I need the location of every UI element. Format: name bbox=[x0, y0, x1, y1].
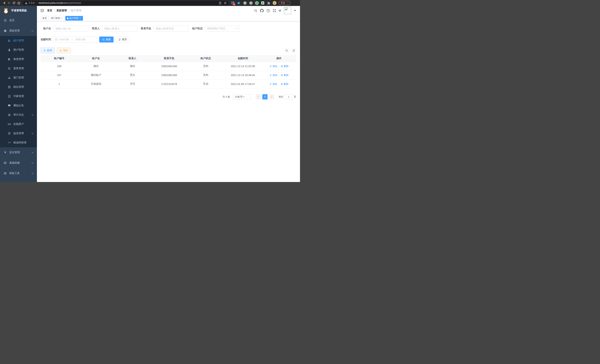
export-button-label: 导出 bbox=[63, 49, 68, 52]
logo[interactable]: 芋道管理系统 bbox=[0, 6, 37, 15]
dictionary-icon bbox=[8, 95, 11, 98]
bookmark-star-icon[interactable] bbox=[224, 1, 227, 4]
sidebar-item-home[interactable]: 首页 bbox=[0, 15, 37, 26]
extension-badge: 10 bbox=[233, 3, 235, 5]
extension-command-icon[interactable]: ⌘ bbox=[243, 1, 247, 5]
delete-link[interactable]: 删除 bbox=[281, 74, 289, 77]
header-search-icon[interactable] bbox=[254, 9, 257, 12]
font-size-icon[interactable]: tT bbox=[279, 9, 281, 12]
sidebar-item-dict-mgmt[interactable]: 字典管理 bbox=[0, 92, 37, 101]
date-range-picker[interactable]: 开始日期 - 结束日期 bbox=[53, 37, 97, 42]
page-number-button[interactable]: 1 bbox=[262, 94, 268, 99]
audit-pen-icon bbox=[8, 113, 11, 116]
back-icon[interactable] bbox=[2, 0, 7, 5]
page-unit-label: 页 bbox=[294, 95, 296, 99]
sidebar-item-audit-log[interactable]: 审计日志 bbox=[0, 110, 37, 120]
sidebar-item-user-mgmt[interactable]: 用户管理 bbox=[0, 45, 37, 55]
sidebar-item-system-mgmt[interactable]: 系统管理 bbox=[0, 26, 37, 36]
cell-created: 2021-01-05 17:03:47 bbox=[224, 80, 262, 88]
dashboard-icon bbox=[4, 19, 7, 22]
url-divider bbox=[37, 2, 37, 4]
table-tools bbox=[284, 48, 296, 53]
breadcrumb-current: 租户管理 bbox=[71, 9, 81, 12]
security-warning-icon bbox=[25, 2, 28, 4]
contact-input[interactable] bbox=[102, 26, 137, 32]
tab-tenant-mgmt[interactable]: 租户管理 × bbox=[65, 16, 83, 21]
show-search-icon[interactable] bbox=[284, 48, 289, 53]
close-icon[interactable]: × bbox=[79, 17, 81, 19]
sidebar-item-error-code-mgmt[interactable]: </> 错误码管理 bbox=[0, 138, 37, 147]
reset-button[interactable]: 重置 bbox=[115, 37, 130, 42]
sidebar-item-dept-mgmt[interactable]: 部门管理 bbox=[0, 73, 37, 82]
page-size-select[interactable]: 10条/页 bbox=[233, 94, 251, 99]
toolbox-icon bbox=[4, 172, 7, 175]
goto-page-input[interactable] bbox=[285, 94, 292, 99]
search-button-label: 搜索 bbox=[106, 38, 111, 41]
cell-mobile: 15601691300 bbox=[151, 62, 188, 71]
tab-label: 首页 bbox=[42, 17, 47, 20]
extension-y-icon[interactable]: Y bbox=[255, 1, 259, 5]
menu-tree-icon bbox=[8, 67, 11, 70]
sidebar-item-pay-mgmt[interactable]: ¥ 支付管理 bbox=[0, 147, 37, 158]
extension-kite-icon[interactable] bbox=[237, 1, 241, 5]
org-chart-icon bbox=[8, 76, 11, 79]
breadcrumb: 首页 / 系统管理 / 租户管理 bbox=[47, 9, 81, 12]
breadcrumb-home[interactable]: 首页 bbox=[47, 9, 52, 12]
forward-icon[interactable] bbox=[7, 0, 11, 5]
sidebar-collapse-icon[interactable] bbox=[40, 8, 45, 13]
add-button[interactable]: 新增 bbox=[41, 47, 55, 53]
refresh-icon[interactable] bbox=[291, 48, 296, 53]
sidebar-item-tenant-mgmt[interactable]: 租户管理 bbox=[0, 36, 37, 45]
profile-avatar-icon[interactable] bbox=[273, 1, 276, 5]
status-placeholder: 请选择租户状态 bbox=[207, 27, 236, 30]
sidebar-item-role-mgmt[interactable]: 角色管理 bbox=[0, 55, 37, 64]
tab-home[interactable]: 首页 bbox=[41, 16, 48, 21]
browser-update-button[interactable]: 更新 ⋮ bbox=[279, 1, 291, 5]
prev-page-button[interactable] bbox=[256, 94, 261, 99]
tenant-name-input[interactable] bbox=[53, 26, 88, 32]
broken-image-icon bbox=[285, 8, 288, 10]
code-icon: </> bbox=[8, 141, 11, 144]
export-button[interactable]: 导出 bbox=[56, 47, 71, 53]
sidebar-item-label: 错误码管理 bbox=[13, 141, 34, 144]
sidebar-item-sms-mgmt[interactable]: 短信管理 bbox=[0, 129, 37, 138]
github-icon[interactable] bbox=[260, 9, 264, 12]
delete-link[interactable]: 删除 bbox=[281, 65, 289, 68]
avatar-caret-icon[interactable] bbox=[294, 10, 296, 11]
mobile-input[interactable] bbox=[153, 26, 188, 32]
browser-menu-icon[interactable]: ⋮ bbox=[286, 2, 290, 4]
calendar-icon bbox=[55, 38, 58, 41]
cell-id: 107 bbox=[41, 71, 78, 80]
breadcrumb-system[interactable]: 系统管理 bbox=[56, 9, 67, 12]
sidebar-item-infra[interactable]: 基础设施 bbox=[0, 158, 37, 168]
help-icon[interactable] bbox=[266, 9, 270, 12]
sidebar: 芋道管理系统 首页 系统管理 bbox=[0, 6, 37, 182]
edit-link[interactable]: 修改 bbox=[270, 65, 277, 68]
close-icon[interactable]: × bbox=[61, 17, 63, 19]
sidebar-item-menu-mgmt[interactable]: 菜单管理 bbox=[0, 64, 37, 73]
address-bar[interactable]: 不安全 dashboard.yudao.iocoder.cn/system/te… bbox=[23, 1, 229, 5]
extension-chat-icon[interactable] bbox=[261, 1, 264, 5]
sidebar-item-dev-tools[interactable]: 研发工具 bbox=[0, 168, 37, 178]
extension-tampermonkey-icon[interactable]: 10 bbox=[231, 1, 235, 5]
sidebar-item-post-mgmt[interactable]: 岗位管理 bbox=[0, 82, 37, 92]
share-icon[interactable] bbox=[219, 1, 222, 4]
home-icon[interactable] bbox=[16, 0, 21, 5]
table-row: 1 芋道源码 芋艿 17321315478 开启 2021-01-05 17:0… bbox=[41, 80, 296, 88]
delete-link[interactable]: 删除 bbox=[281, 82, 289, 86]
extensions-puzzle-icon[interactable] bbox=[267, 1, 271, 5]
extensions-row: 10 ⌘ Y bbox=[231, 1, 276, 5]
status-select[interactable]: 请选择租户状态 bbox=[205, 26, 240, 32]
tab-dept-mgmt[interactable]: 部门管理 × bbox=[49, 16, 64, 21]
extension-gray-dot-icon[interactable] bbox=[249, 1, 253, 5]
table-row: 108 测试 测试 15601691300 关闭 2021-12-14 21:0… bbox=[41, 62, 296, 71]
edit-link[interactable]: 修改 bbox=[270, 74, 277, 77]
edit-link[interactable]: 修改 bbox=[270, 82, 277, 86]
sidebar-item-notice[interactable]: 通知公告 bbox=[0, 101, 37, 110]
reload-icon[interactable] bbox=[11, 0, 16, 5]
fullscreen-icon[interactable] bbox=[273, 9, 276, 12]
avatar[interactable] bbox=[284, 7, 291, 14]
next-page-button[interactable] bbox=[269, 94, 274, 99]
sidebar-item-online-users[interactable]: 在线用户 bbox=[0, 120, 37, 129]
search-button[interactable]: 搜索 bbox=[99, 37, 113, 42]
